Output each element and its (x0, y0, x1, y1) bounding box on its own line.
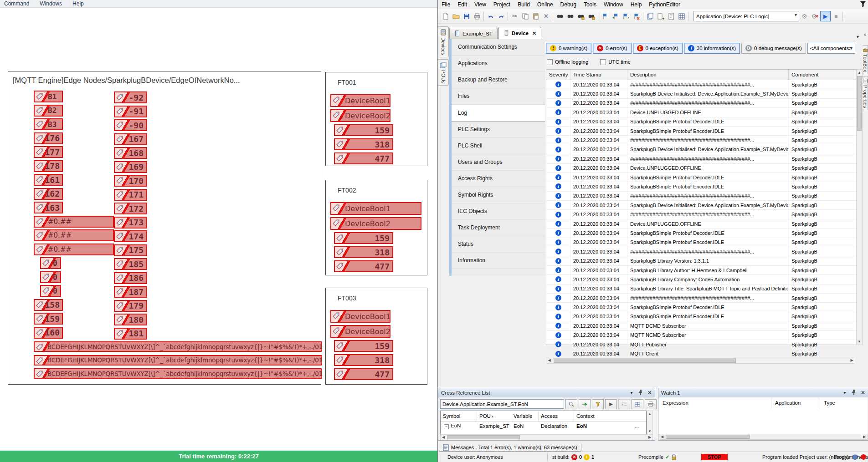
tag-widget[interactable]: #0.## (34, 244, 114, 255)
log-row[interactable]: i20.12.2020 00:33:04SparkplugBSimple Pro… (546, 312, 859, 321)
tab-example_st[interactable]: Example_ST (449, 28, 498, 39)
log-column-description[interactable]: Description (627, 70, 789, 80)
device-nav-iec-objects[interactable]: IEC Objects (452, 203, 545, 220)
tag-widget[interactable]: 318 (334, 246, 393, 258)
log-row[interactable]: i20.12.2020 00:33:04MQTT DCMD Subscriber… (546, 321, 859, 330)
new-item-icon[interactable] (655, 11, 666, 21)
device-nav-task-deployment[interactable]: Task Deployment (452, 220, 545, 236)
log-row[interactable]: i20.12.2020 00:33:04SparkplugB Library C… (546, 275, 859, 284)
paste-icon[interactable] (530, 11, 541, 21)
scroll-right-icon[interactable]: ▶ (849, 357, 855, 363)
watch-table-body[interactable] (659, 408, 868, 434)
tag-widget[interactable]: 187 (114, 286, 147, 298)
tag-widget[interactable]: 163 (34, 202, 63, 213)
log-row[interactable]: i20.12.2020 00:33:04####################… (546, 136, 859, 145)
device-nav-information[interactable]: Information (452, 253, 545, 269)
tag-widget[interactable]: DeviceBool1 (330, 310, 390, 323)
cut-icon[interactable]: ✂ (509, 11, 520, 21)
pin-icon[interactable] (637, 390, 644, 396)
delete-icon[interactable]: ✕ (541, 11, 551, 21)
log-row[interactable]: i20.12.2020 00:33:04####################… (546, 154, 859, 163)
crossref-search-input[interactable] (440, 399, 564, 409)
login-icon[interactable]: ⚙ (799, 11, 810, 21)
tag-widget[interactable]: 159 (34, 313, 63, 325)
tag-widget[interactable]: BCDEFGHIJKLMNOPQRSTUVWXYZ[\]^_`abcdefghi… (34, 368, 322, 379)
device-nav-communication-settings[interactable]: Communication Settings (452, 39, 545, 56)
close-icon[interactable]: ✕ (532, 30, 536, 36)
tag-widget[interactable]: 0 (40, 271, 61, 283)
log-row[interactable]: i20.12.2020 00:33:04MQTT NCMD Subscriber… (546, 331, 859, 340)
scroll-thumb[interactable] (857, 76, 862, 131)
log-row[interactable]: i20.12.2020 00:33:04####################… (546, 80, 859, 89)
play-small-icon[interactable]: ▶ (605, 399, 617, 409)
crossref-row[interactable]: −EoNExample_STEoNDeclarationEoN... (441, 421, 646, 431)
copy-project-icon[interactable] (645, 11, 655, 21)
filter-debug-button[interactable]: D0 debug message(s) (741, 43, 806, 54)
menu-item-view[interactable]: View (471, 1, 490, 8)
tag-widget[interactable]: 162 (34, 188, 63, 200)
scroll-up-icon[interactable]: ▲ (857, 70, 862, 76)
log-row[interactable]: i20.12.2020 00:33:04####################… (546, 247, 859, 256)
device-nav-status[interactable]: Status (452, 236, 545, 253)
tag-widget[interactable]: 178 (34, 160, 63, 172)
crossref-vertical-scrollbar[interactable]: ▲ ▼ (647, 411, 653, 434)
logout-icon[interactable]: ⚙✕ (810, 11, 820, 21)
tag-widget[interactable]: 158 (34, 299, 63, 311)
log-row[interactable]: i20.12.2020 00:33:04SparkplugB Library V… (546, 256, 859, 265)
stop-icon[interactable]: ■ (831, 11, 841, 21)
crossref-column-context[interactable]: Context (574, 411, 646, 421)
tag-widget[interactable]: 477 (334, 368, 393, 380)
device-nav-symbol-rights[interactable]: Symbol Rights (452, 187, 545, 203)
tag-widget[interactable]: 318 (334, 138, 393, 150)
messages-tab[interactable]: Messages - Total 1 error(s), 1 warning(s… (439, 444, 581, 452)
menu-item-online[interactable]: Online (534, 1, 557, 8)
filter-exception-button[interactable]: E0 exception(s) (633, 43, 683, 54)
go-arrow-icon[interactable] (579, 399, 591, 409)
menu-item-command[interactable]: Command (0, 0, 36, 7)
close-icon[interactable]: ✕ (860, 390, 866, 395)
watch-column-application[interactable]: Application (771, 397, 820, 408)
scroll-down-icon[interactable]: ▼ (647, 428, 652, 434)
log-column-time-stamp[interactable]: Time Stamp (570, 70, 627, 80)
scroll-left-icon[interactable]: ◀ (441, 435, 446, 440)
scroll-right-icon[interactable]: ▶ (862, 434, 867, 439)
log-row[interactable]: i20.12.2020 00:33:04SparkplugBSimple Pro… (546, 238, 859, 247)
scroll-down-icon[interactable]: ▼ (857, 339, 862, 345)
panel-menu-icon[interactable]: ▾ (842, 390, 848, 395)
replace-all-icon[interactable] (586, 11, 596, 21)
log-row[interactable]: i20.12.2020 00:33:04Device.UNPLUGGED.OFF… (546, 164, 859, 173)
save-icon[interactable] (461, 11, 472, 21)
tag-widget[interactable]: #0.## (34, 216, 114, 228)
device-nav-applications[interactable]: Applications (452, 56, 545, 72)
menu-item-help[interactable]: Help (627, 1, 646, 8)
menu-item-tools[interactable]: Tools (580, 1, 600, 8)
start-icon[interactable]: ▶ (820, 11, 831, 21)
filter-icon[interactable] (592, 399, 604, 409)
menu-item-pythoneditor[interactable]: PythonEditor (645, 1, 684, 8)
log-row[interactable]: i20.12.2020 00:33:04SparkplugBSimple Pro… (546, 173, 859, 182)
scroll-right-icon[interactable]: ▶ (647, 435, 652, 440)
sidebar-tab-properties[interactable]: Properties (862, 76, 868, 110)
filter-info-button[interactable]: i30 information(s) (684, 43, 740, 54)
log-row[interactable]: i20.12.2020 00:33:04SparkplugB Device In… (546, 201, 859, 210)
device-nav-users-and-groups[interactable]: Users and Groups (452, 154, 545, 171)
tag-widget[interactable]: 179 (114, 300, 147, 312)
tag-widget[interactable]: B2 (34, 105, 63, 117)
tag-widget[interactable]: 0 (40, 285, 61, 297)
tab-device[interactable]: Device✕ (498, 27, 541, 39)
redo-icon[interactable] (496, 11, 506, 21)
find-icon[interactable] (555, 11, 565, 21)
crossref-column-pou[interactable]: POU ▴ (477, 411, 511, 421)
log-column-component[interactable]: Component (789, 70, 859, 80)
crossref-horizontal-scrollbar[interactable]: ◀ ▶ (440, 434, 653, 440)
scroll-thumb[interactable] (447, 435, 520, 439)
log-row[interactable]: i20.12.2020 00:33:04SparkplugB Library A… (546, 266, 859, 275)
menu-item-debug[interactable]: Debug (557, 1, 580, 8)
search-icon[interactable] (565, 399, 577, 409)
print-icon[interactable] (472, 11, 482, 21)
scroll-up-icon[interactable]: ▲ (647, 411, 652, 416)
tag-widget[interactable]: 173 (114, 217, 147, 228)
watch-column-type[interactable]: Type (820, 397, 868, 408)
scroll-left-icon[interactable]: ◀ (659, 434, 665, 439)
collapse-chevron-icon[interactable]: » (862, 32, 868, 37)
